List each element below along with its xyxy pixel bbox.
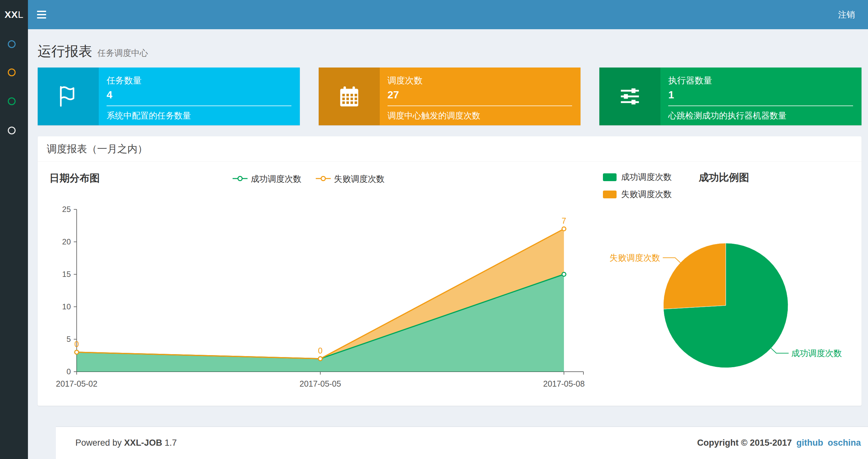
pie-chart-legend: 成功调度次数 失败调度次数 [603, 171, 672, 200]
calendar-icon [319, 67, 380, 125]
info-box-executors: 执行器数量 1 心跳检测成功的执行器机器数量 [599, 67, 862, 125]
info-box-row: 任务数量 4 系统中配置的任务数量 [38, 67, 862, 125]
svg-text:成功调度次数: 成功调度次数 [791, 348, 842, 358]
product-version: 1.7 [165, 438, 177, 448]
sidebar-menu-dot-4[interactable] [8, 127, 16, 134]
svg-text:25: 25 [62, 205, 71, 214]
pie-legend-label-fail: 失败调度次数 [621, 189, 672, 200]
sliders-icon [599, 67, 660, 125]
pie-chart: 成功调度次数失败调度次数 [600, 214, 868, 396]
line-legend-marker-fail [316, 175, 331, 183]
powered-by-text: Powered by [75, 438, 122, 448]
info-box-jobs: 任务数量 4 系统中配置的任务数量 [38, 67, 300, 125]
app-logo-text-rest: L [18, 9, 23, 20]
svg-text:2017-05-05: 2017-05-05 [300, 379, 341, 388]
pie-legend-swatch-fail [603, 191, 617, 198]
svg-text:10: 10 [62, 302, 71, 311]
page-subtitle: 任务调度中心 [97, 47, 148, 59]
top-navbar: XXL 注销 [0, 0, 868, 29]
pie-chart-title: 成功比例图 [699, 171, 749, 185]
legend-label-fail: 失败调度次数 [334, 173, 384, 185]
product-name: XXL-JOB [124, 438, 162, 448]
info-box-divider [668, 105, 853, 106]
info-box-triggers: 调度次数 27 调度中心触发的调度次数 [319, 67, 581, 125]
pie-legend-label-success: 成功调度次数 [621, 171, 672, 183]
info-box-label: 执行器数量 [668, 75, 853, 86]
info-box-divider [388, 105, 572, 106]
svg-text:7: 7 [562, 216, 566, 225]
info-box-label: 任务数量 [106, 75, 291, 86]
legend-item-fail[interactable]: 失败调度次数 [316, 173, 384, 185]
info-box-desc: 系统中配置的任务数量 [106, 110, 291, 122]
sidebar-menu-dot-3[interactable] [8, 97, 16, 105]
dispatch-report-panel: 调度报表（一月之内） 日期分布图 成功调度次数 失败调度次数 051015202… [38, 136, 862, 406]
svg-text:20: 20 [62, 237, 71, 246]
panel-title: 调度报表（一月之内） [47, 142, 148, 156]
line-chart: 05101520252017-05-022017-05-052017-05-08… [54, 201, 587, 402]
svg-text:失败调度次数: 失败调度次数 [610, 253, 660, 263]
info-box-desc: 调度中心触发的调度次数 [388, 110, 572, 122]
legend-label-success: 成功调度次数 [251, 173, 302, 185]
info-box-divider [106, 105, 291, 106]
pie-legend-swatch-success [603, 173, 617, 181]
line-chart-title: 日期分布图 [50, 171, 100, 185]
oschina-link[interactable]: oschina [828, 438, 861, 448]
pie-legend-item-fail[interactable]: 失败调度次数 [603, 189, 672, 200]
sidebar-menu-dot-1[interactable] [8, 40, 16, 48]
sidebar-menu-dot-2[interactable] [8, 68, 16, 76]
info-box-value: 27 [388, 89, 572, 101]
svg-text:2017-05-02: 2017-05-02 [56, 379, 97, 388]
page-title: 运行报表 [38, 42, 92, 60]
sidebar-toggle-button[interactable] [28, 0, 55, 29]
app-logo-text: XX [4, 9, 18, 20]
line-chart-legend: 成功调度次数 失败调度次数 [232, 173, 384, 185]
sidebar [0, 29, 28, 459]
main-content: 运行报表 任务调度中心 任务数量 4 系统中配置的任务数量 [28, 29, 868, 459]
app-logo[interactable]: XXL [0, 0, 28, 29]
line-legend-marker-success [232, 175, 248, 183]
page-footer: Powered by XXL-JOB 1.7 Copyright © 2015-… [56, 427, 868, 459]
svg-text:0: 0 [74, 339, 79, 349]
hamburger-icon [37, 11, 46, 12]
svg-text:0: 0 [318, 346, 322, 355]
github-link[interactable]: github [797, 438, 823, 448]
info-box-value: 4 [106, 89, 291, 101]
pie-legend-item-success[interactable]: 成功调度次数 [603, 171, 672, 183]
svg-text:2017-05-08: 2017-05-08 [543, 379, 585, 388]
content-header: 运行报表 任务调度中心 [28, 29, 868, 60]
info-box-desc: 心跳检测成功的执行器机器数量 [668, 110, 853, 122]
logout-link[interactable]: 注销 [835, 0, 858, 29]
svg-text:5: 5 [67, 335, 71, 343]
svg-text:0: 0 [67, 367, 71, 376]
flag-icon [38, 67, 99, 125]
legend-item-success[interactable]: 成功调度次数 [232, 173, 302, 185]
info-box-value: 1 [668, 89, 853, 101]
copyright-text: Copyright © 2015-2017 [697, 438, 792, 448]
info-box-label: 调度次数 [388, 75, 572, 86]
svg-text:15: 15 [62, 270, 71, 278]
